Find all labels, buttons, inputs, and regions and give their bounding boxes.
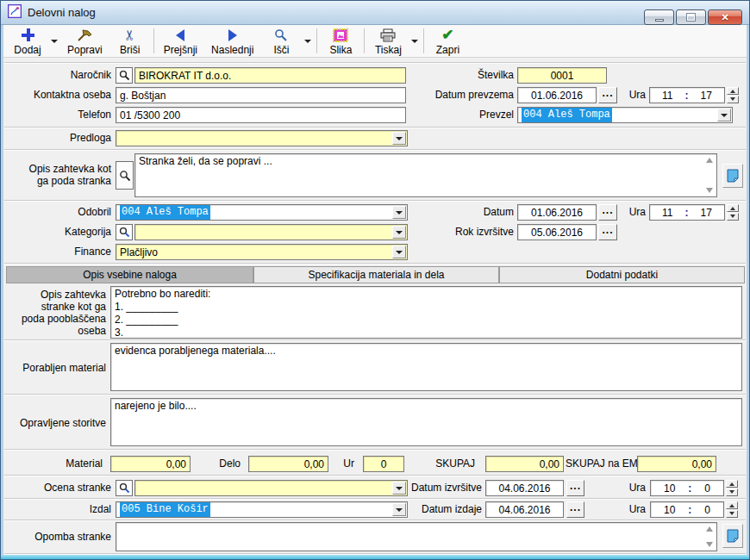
delo-label: Delo [197,456,241,472]
toolbar-prejsnji-button[interactable]: Prejšnji [157,25,204,57]
datum-izvrsitve-field[interactable]: 04.06.2016 [485,480,564,496]
toolbar-isci-button[interactable]: Išči [260,25,302,57]
combo-dropdown-button[interactable] [717,109,731,121]
ura-odobritve-label: Ura [607,204,646,221]
kontaktna-oseba-field[interactable]: g. Boštjan [116,87,406,103]
magnifier-icon [119,227,130,238]
toolbar-brisi-button[interactable]: ✂ Briši [109,25,151,57]
toolbar-slika-button[interactable]: Slika [320,25,361,57]
titlebar[interactable]: Delovni nalog ✕ [1,1,749,25]
scroll-down-icon[interactable] [706,188,713,193]
toolbar-naslednji-button[interactable]: Naslednji [204,25,260,57]
spinner-down-button[interactable] [726,510,738,518]
tab-dodatni-podatki[interactable]: Dodatni podatki [499,266,745,283]
ura-izdaje-field[interactable]: 10:0 [650,501,724,518]
narocnik-search-button[interactable] [116,67,133,84]
close-icon: ✕ [721,13,728,22]
toolbar-isci-dropdown[interactable] [302,25,314,57]
ura-prevzema-field[interactable]: 11:17 [649,87,725,103]
ur-field[interactable]: 0 [363,456,404,472]
tab-opis-vsebine[interactable]: Opis vsebine naloga [6,266,253,283]
telefon-field[interactable]: 01 /5300 200 [116,107,406,123]
datum-izdaje-picker-button[interactable]: ... [566,501,584,518]
toolbar-zapri-button[interactable]: ✔ Zapri [427,25,468,57]
separator [4,263,746,264]
toolbar-tiskaj-button[interactable]: Tiskaj [367,25,409,57]
spinner-up-button[interactable] [726,480,738,488]
opomba-stranke-note-button[interactable] [722,524,743,548]
combo-dropdown-button[interactable] [392,132,406,145]
opis-zahtevka-textarea[interactable]: Stranka želi, da se popravi ... [134,153,717,197]
hammer-icon [76,28,93,43]
prevzel-combo[interactable]: 004 Aleš Tompa [517,107,733,123]
separator [4,394,746,395]
datum-prevzema-field[interactable]: 01.06.2016 [517,87,597,103]
opomba-stranke-label: Opomba stranke [6,529,111,545]
spinner-up-button[interactable] [727,87,739,95]
separator [4,498,746,499]
scissors-icon: ✂ [122,29,138,40]
porabljen-material-textarea[interactable]: evidenca porabljenega materiala.... [110,343,742,391]
toolbar-dodaj-button[interactable]: Dodaj [7,25,48,57]
spinner-up-icon [729,501,734,507]
stevilka-field[interactable]: 0001 [517,67,607,84]
chevron-down-icon [304,40,311,47]
datum-odobritve-label: Datum [380,204,514,221]
ura-izvrsitve-field[interactable]: 10:0 [650,480,724,496]
kategorija-search-button[interactable] [116,224,133,240]
opis-zahtevka-search-button[interactable] [116,161,134,190]
ura-odobritve-field[interactable]: 11:17 [649,204,725,221]
separator [4,520,746,520]
minimize-button[interactable] [644,9,674,25]
ura-prevzema-spinner [727,87,739,103]
plus-icon [22,28,34,43]
spinner-down-button[interactable] [727,213,739,221]
delo-field[interactable]: 0,00 [248,456,328,472]
opomba-stranke-textarea[interactable] [116,522,717,551]
ura-izdaje-spinner [726,501,738,518]
opis-zahtevka-note-button[interactable] [722,164,743,188]
spinner-down-button[interactable] [727,96,739,103]
spinner-up-icon [730,87,735,93]
rok-izvrsitve-field[interactable]: 05.06.2016 [517,224,597,240]
scroll-down-icon[interactable] [706,542,713,547]
narocnik-field[interactable]: BIROKRAT IT d.o.o. [134,67,406,84]
material-field[interactable]: 0,00 [110,456,191,472]
ocena-stranke-search-button[interactable] [116,480,133,496]
magnifier-icon [119,170,131,182]
maximize-button[interactable] [676,9,706,25]
spinner-up-button[interactable] [726,501,738,509]
odobril-label: Odobril [6,204,111,221]
tab-specifikacija[interactable]: Specifikacija materiala in dela [253,266,499,283]
skupaj-field[interactable]: 0,00 [485,456,564,472]
scroll-up-icon[interactable] [706,526,713,532]
finance-combo[interactable]: Plačljivo [116,244,408,260]
opravljene-storitve-textarea[interactable]: narejeno je bilo.... [110,398,742,446]
window-frame-right [747,25,749,559]
datum-izvrsitve-picker-button[interactable]: ... [566,480,584,496]
spinner-down-button[interactable] [726,488,738,496]
ura-izvrsitve-spinner [726,480,738,496]
spinner-up-button[interactable] [727,204,739,212]
scroll-up-icon[interactable] [706,158,713,163]
datum-odobritve-field[interactable]: 01.06.2016 [517,204,597,221]
odobril-combo[interactable]: 004 Aleš Tompa [116,204,408,221]
ura-izdaje-label: Ura [607,501,646,518]
close-button[interactable]: ✕ [708,9,742,25]
skupaj-na-em-field[interactable]: 0,00 [637,456,716,472]
combo-dropdown-button[interactable] [392,246,406,258]
toolbar-dodaj-dropdown[interactable] [48,25,60,57]
toolbar-popravi-button[interactable]: Popravi [60,25,109,57]
kategorija-combo[interactable] [134,224,408,240]
izdal-label: Izdal [6,501,111,518]
rok-izvrsitve-picker-button[interactable]: ... [598,224,617,240]
opis-pooblascena-textarea[interactable]: Potrebno bo narediti: 1. _________ 2. __… [110,286,742,339]
predloga-combo[interactable] [116,130,408,146]
separator [4,200,746,201]
narocnik-label: Naročnik [6,67,111,84]
porabljen-material-label: Porabljen material [6,360,106,376]
datum-izvrsitve-label: Datum izvršitve [346,480,482,496]
datum-izdaje-field[interactable]: 04.06.2016 [485,501,564,518]
rok-izvrsitve-label: Rok izvršitve [380,224,514,240]
toolbar-tiskaj-dropdown[interactable] [409,25,421,57]
